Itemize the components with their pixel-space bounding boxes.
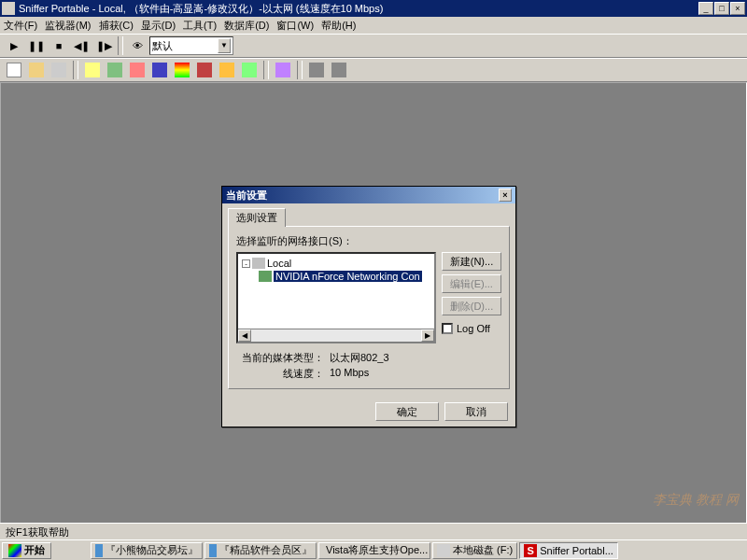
alarm-icon[interactable]: [217, 61, 237, 79]
cancel-button[interactable]: 取消: [444, 402, 508, 421]
drive-icon: [437, 544, 450, 557]
task-label: Sniffer Portabl...: [540, 545, 613, 556]
start-label: 开始: [24, 543, 45, 557]
windows-icon: [8, 544, 21, 557]
tree-nic-node[interactable]: NVIDIA nForce Networking Con: [259, 271, 432, 282]
watermark: 李宝典 教程 网: [653, 492, 739, 509]
menu-help[interactable]: 帮助(H): [321, 19, 356, 33]
task-label: Vista将原生支持Ope...: [326, 543, 428, 557]
taskbar: 开始 『小熊物品交易坛』 『精品软件会员区』 Vista将原生支持Ope... …: [0, 539, 747, 560]
task-item[interactable]: 本地磁盘 (F:): [432, 542, 517, 559]
chevron-down-icon[interactable]: ▼: [218, 38, 231, 53]
task-item[interactable]: Vista将原生支持Ope...: [318, 542, 430, 559]
dashboard-icon[interactable]: [82, 61, 103, 79]
task-item[interactable]: 『小熊物品交易坛』: [91, 542, 203, 559]
checkbox-icon[interactable]: [442, 323, 453, 334]
pause-button[interactable]: ❚❚: [26, 36, 47, 55]
logoff-checkbox[interactable]: Log Off: [442, 323, 501, 334]
chart-icon[interactable]: [239, 61, 260, 79]
menubar: 文件(F) 监视器(M) 捕获(C) 显示(D) 工具(T) 数据库(D) 窗口…: [0, 17, 747, 34]
edit-button[interactable]: 编辑(E)...: [442, 274, 501, 293]
menu-file[interactable]: 文件(F): [4, 19, 37, 33]
ok-button[interactable]: 确定: [375, 402, 439, 421]
dialog-title: 当前设置: [226, 189, 267, 203]
ie-icon: [209, 544, 217, 557]
separator: [73, 61, 78, 79]
interface-tree[interactable]: - Local NVIDIA nForce Networking Con ◀: [236, 252, 436, 343]
tree-nic-label: NVIDIA nForce Networking Con: [274, 271, 422, 282]
tab-pane: 选择监听的网络接口(S)： - Local NVIDIA nForce Netw: [228, 226, 510, 389]
stop-button[interactable]: ■: [49, 36, 69, 55]
menu-capture[interactable]: 捕获(C): [99, 19, 134, 33]
app-title: Sniffer Portable - Local, （软件由-高显嵩-修改汉化）…: [19, 2, 698, 16]
tree-root-label: Local: [267, 258, 291, 269]
app-icon: [2, 2, 15, 15]
statusbar: 按F1获取帮助: [0, 523, 747, 539]
menu-database[interactable]: 数据库(D): [224, 19, 269, 33]
minimize-button[interactable]: _: [698, 2, 713, 15]
scroll-track[interactable]: [251, 329, 421, 342]
menu-monitor[interactable]: 监视器(M): [45, 19, 92, 33]
task-item[interactable]: 『精品软件会员区』: [204, 542, 317, 559]
ie-icon: [95, 544, 103, 557]
scroll-left-icon[interactable]: ◀: [238, 329, 251, 342]
separator: [297, 61, 303, 79]
interface-label: 选择监听的网络接口(S)：: [236, 234, 501, 248]
wand-icon[interactable]: [273, 61, 293, 79]
settings-dialog: 当前设置 × 选则设置 选择监听的网络接口(S)： - Local: [221, 186, 516, 427]
computer-icon: [252, 258, 265, 269]
history-icon[interactable]: [172, 61, 192, 79]
status-text: 按F1获取帮助: [6, 526, 69, 538]
task-item-active[interactable]: S Sniffer Portabl...: [519, 542, 618, 559]
mdi-workspace: 当前设置 × 选则设置 选择监听的网络接口(S)： - Local: [0, 82, 747, 547]
menu-window[interactable]: 窗口(W): [276, 19, 314, 33]
media-label: 当前的媒体类型：: [236, 351, 330, 365]
task-label: 本地磁盘 (F:): [453, 543, 513, 557]
frame-fwd-button[interactable]: ❚▶: [93, 36, 114, 55]
frame-back-button[interactable]: ◀❚: [71, 36, 92, 55]
separator: [263, 61, 269, 79]
collapse-icon[interactable]: -: [242, 259, 250, 268]
nic-icon: [259, 271, 272, 282]
combo-value: 默认: [152, 39, 173, 53]
speed-value: 10 Mbps: [330, 367, 369, 381]
dialog-close-icon[interactable]: ×: [499, 189, 512, 202]
tree-root-node[interactable]: - Local: [242, 258, 432, 269]
delete-button[interactable]: 删除(D)...: [442, 297, 501, 315]
global-icon[interactable]: [194, 61, 215, 79]
quicklaunch-desktop-icon[interactable]: [72, 542, 89, 559]
task-label: 『精品软件会员区』: [219, 543, 312, 557]
protocol-icon[interactable]: [149, 61, 170, 79]
tab-select-settings[interactable]: 选则设置: [228, 208, 286, 227]
app-titlebar: Sniffer Portable - Local, （软件由-高显嵩-修改汉化）…: [0, 0, 747, 17]
dialog-titlebar: 当前设置 ×: [222, 187, 515, 203]
toolbar-capture: ▶ ❚❚ ■ ◀❚ ❚▶ 👁 默认 ▼: [0, 34, 747, 58]
speed-label: 线速度：: [236, 367, 330, 381]
close-button[interactable]: ×: [730, 2, 745, 15]
stop-rec-icon[interactable]: [329, 61, 349, 79]
record-icon[interactable]: [306, 61, 327, 79]
media-value: 以太网802_3: [330, 351, 389, 365]
new-icon[interactable]: [4, 61, 24, 79]
menu-display[interactable]: 显示(D): [141, 19, 176, 33]
horizontal-scrollbar[interactable]: ◀ ▶: [238, 329, 434, 342]
matrix-icon[interactable]: [105, 61, 125, 79]
sniffer-icon: S: [524, 544, 537, 557]
new-button[interactable]: 新建(N)...: [442, 252, 501, 271]
print-icon[interactable]: [49, 61, 69, 79]
play-button[interactable]: ▶: [4, 36, 24, 55]
menu-tools[interactable]: 工具(T): [183, 19, 217, 33]
open-icon[interactable]: [26, 61, 47, 79]
scroll-right-icon[interactable]: ▶: [421, 329, 434, 342]
start-button[interactable]: 开始: [2, 542, 51, 559]
profile-combo[interactable]: 默认 ▼: [149, 36, 233, 55]
toolbar-tools: [0, 58, 747, 82]
binoculars-icon[interactable]: 👁: [127, 36, 148, 55]
host-icon[interactable]: [127, 61, 148, 79]
logoff-label: Log Off: [457, 323, 490, 334]
maximize-button[interactable]: □: [714, 2, 729, 15]
task-label: 『小熊物品交易坛』: [106, 543, 198, 557]
quicklaunch-ie-icon[interactable]: [53, 542, 70, 559]
separator: [118, 36, 123, 55]
